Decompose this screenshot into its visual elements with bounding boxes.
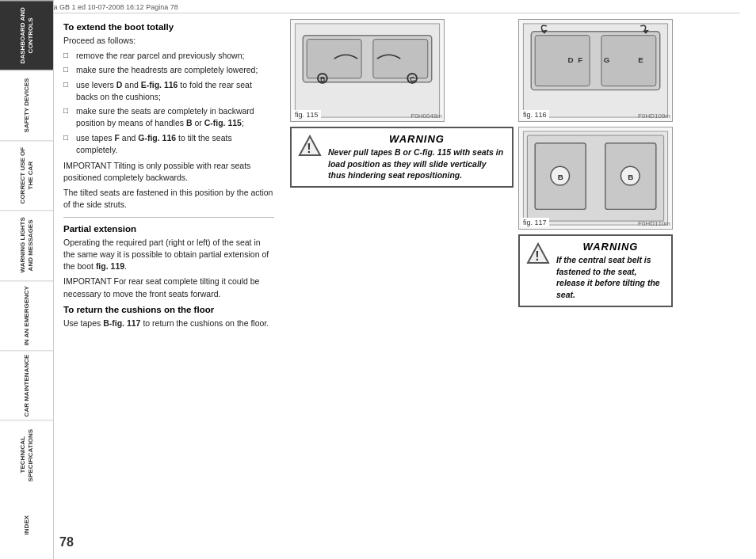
sidebar-item-label: CORRECT USE OF THE CAR (19, 144, 34, 207)
sidebar-item-maintenance[interactable]: CAR MAINTENANCE (0, 350, 53, 420)
sidebar-item-dashboard[interactable]: DASHBOARD AND CONTROLS (0, 0, 53, 70)
important-note-2: The tilted seats are fastened in this po… (63, 187, 274, 210)
main-content: To extend the boot totally Proceed as fo… (54, 16, 748, 551)
warning-icon-2: ! (526, 242, 550, 266)
fig115-code: F0H0048m (410, 112, 442, 120)
svg-text:!: ! (535, 249, 539, 263)
list-item: use levers D and E-fig. 116 to fold the … (63, 79, 274, 103)
steps-list: remove the rear parcel and previously sh… (63, 50, 274, 156)
figure-115: B C fig. 115 F0H0048m (290, 19, 445, 122)
warning-1-content: WARNING Never pull tapes B or C-fig. 115… (328, 133, 506, 181)
sidebar-item-label: SAFETY DEVICES (23, 78, 31, 133)
svg-text:E: E (638, 55, 643, 64)
left-column: To extend the boot totally Proceed as fo… (54, 16, 284, 551)
fig116-code: F0HD109m (638, 112, 670, 120)
svg-text:B: B (558, 173, 563, 181)
sidebar-item-label: WARNING LIGHTS AND MESSAGES (19, 214, 34, 276)
sidebar: DASHBOARD AND CONTROLS SAFETY DEVICES CO… (0, 0, 54, 559)
warning-2-content: WARNING If the central seat belt is fast… (556, 241, 665, 301)
svg-text:D: D (568, 55, 574, 64)
warning2-title: WARNING (556, 241, 665, 253)
return-heading: To return the cushions on the floor (63, 305, 274, 314)
important-note-1: IMPORTANT Tilting is only possible with … (63, 160, 274, 183)
sidebar-item-label: TECHNICAL SPECIFICATIONS (19, 424, 34, 486)
warning2-text: If the central seat belt is fastened to … (556, 255, 660, 299)
figure-117: B B fig. 117 F0HD110m (518, 127, 673, 230)
list-item: remove the rear parcel and previously sh… (63, 50, 274, 62)
section-divider (63, 217, 274, 218)
sidebar-item-emergency[interactable]: IN AN EMERGENCY (0, 280, 53, 350)
right-sub-right: D F G E fig. 116 F0HD109m (518, 19, 742, 307)
return-section: To return the cushions on the floor Use … (63, 305, 274, 329)
svg-text:G: G (604, 55, 610, 64)
return-text: Use tapes B-fig. 117 to return the cushi… (63, 318, 274, 329)
list-item: make sure the seats are completely in ba… (63, 105, 274, 129)
svg-text:C: C (410, 75, 415, 83)
sidebar-item-label: CAR MAINTENANCE (23, 354, 31, 416)
top-bar: 036-092 idea GB 1 ed 10-07-2008 16:12 Pa… (16, 3, 740, 13)
fig117-diagram: B B (519, 127, 672, 229)
fig115-label: fig. 115 (292, 110, 321, 120)
list-item: make sure the headrests are completely l… (63, 64, 274, 76)
sidebar-item-label: DASHBOARD AND CONTROLS (19, 4, 34, 67)
fig116-diagram: D F G E (519, 20, 672, 121)
fig117-code: F0HD110m (638, 220, 670, 227)
proceed-text: Proceed as follows: (63, 35, 274, 47)
sidebar-item-safety[interactable]: SAFETY DEVICES (0, 70, 53, 139)
fig117-label: fig. 117 (521, 218, 549, 227)
svg-text:F: F (578, 55, 582, 64)
section2-heading: Partial extension (63, 224, 274, 234)
svg-text:B: B (320, 75, 325, 83)
right-sub-left: B C fig. 115 F0H0048m ! (290, 19, 514, 307)
partial-text-2: IMPORTANT For rear seat complete tilting… (63, 276, 274, 299)
svg-text:!: ! (307, 142, 311, 155)
warning1-title: WARNING (328, 133, 506, 145)
sidebar-item-correct-use[interactable]: CORRECT USE OF THE CAR (0, 140, 53, 210)
sidebar-item-index[interactable]: INDEX (0, 490, 53, 559)
warning-box-1: ! WARNING Never pull tapes B or C-fig. 1… (290, 127, 514, 188)
svg-text:B: B (628, 173, 633, 181)
warning-box-2: ! WARNING If the central seat belt is fa… (518, 234, 673, 307)
sidebar-item-label: INDEX (23, 515, 31, 534)
sidebar-item-label: IN AN EMERGENCY (23, 286, 31, 345)
fig116-label: fig. 116 (521, 110, 549, 120)
partial-text-1: Operating the required part (right or le… (63, 237, 274, 273)
warning-icon-1: ! (298, 135, 322, 158)
top-figures-row: B C fig. 115 F0H0048m ! (290, 19, 742, 307)
sidebar-item-warning[interactable]: WARNING LIGHTS AND MESSAGES (0, 210, 53, 280)
section1-heading: To extend the boot totally (63, 22, 274, 32)
warning1-text: Never pull tapes B or C-fig. 115 with se… (328, 147, 503, 180)
sidebar-item-specifications[interactable]: TECHNICAL SPECIFICATIONS (0, 420, 53, 489)
right-column: B C fig. 115 F0H0048m ! (284, 16, 748, 551)
fig115-diagram: B C (291, 20, 444, 121)
figure-116: D F G E fig. 116 F0HD109m (518, 19, 673, 122)
list-item: use tapes F and G-fig. 116 to tilt the s… (63, 132, 274, 156)
